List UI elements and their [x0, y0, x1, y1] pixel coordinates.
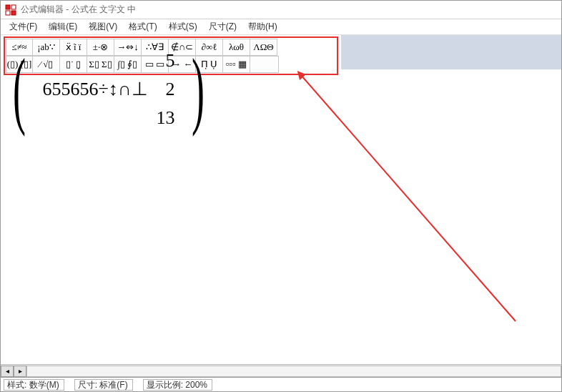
menu-style[interactable]: 样式(S) — [163, 19, 203, 34]
greek-lower-button[interactable]: λωθ — [223, 39, 250, 56]
svg-rect-1 — [11, 5, 16, 9]
title-bar: 公式编辑器 - 公式在 文字文 中 — [1, 1, 561, 19]
scroll-right-button[interactable]: ▸ — [14, 366, 26, 377]
matrix-col-2: 5 2 13 — [152, 46, 179, 132]
scroll-left-button[interactable]: ◂ — [1, 366, 14, 377]
editor-area[interactable]: ≤≠≈¡ab∵ẍ ĩ ï±∙⊗→⇔↓∴∀∃∉∩⊂∂∞ℓλωθΛΩΘ (▯) [▯… — [1, 35, 561, 364]
title-text: 公式编辑器 - 公式在 文字文 中 — [21, 4, 136, 16]
greek-upper-button[interactable]: ΛΩΘ — [250, 39, 277, 56]
svg-rect-2 — [6, 11, 10, 15]
menu-size[interactable]: 尺寸(Z) — [203, 19, 242, 34]
menu-bar: 文件(F) 编辑(E) 视图(V) 格式(T) 样式(S) 尺寸(Z) 帮助(H… — [1, 19, 561, 35]
app-window: 公式编辑器 - 公式在 文字文 中 文件(F) 编辑(E) 视图(V) 格式(T… — [0, 0, 562, 392]
ruler-strip — [341, 35, 561, 69]
menu-view[interactable]: 视图(V) — [83, 19, 123, 34]
menu-edit[interactable]: 编辑(E) — [43, 19, 83, 34]
matrix-col-1: 655656÷↕∩⊥ — [38, 46, 152, 132]
right-paren: ) — [192, 51, 204, 128]
menu-help[interactable]: 帮助(H) — [242, 19, 283, 34]
cell-3-2[interactable]: 13 — [157, 104, 175, 132]
left-paren: ( — [13, 51, 26, 128]
cell-1-2[interactable]: 5 — [166, 46, 175, 75]
status-zoom[interactable]: 显示比例: 200% — [143, 379, 212, 391]
equation-display[interactable]: ( 655656÷↕∩⊥ 5 2 13 ) — [5, 46, 212, 132]
matrices-button[interactable]: ▫▫▫ ▦ — [223, 56, 250, 73]
spacer-button[interactable] — [250, 56, 279, 73]
menu-format[interactable]: 格式(T) — [123, 19, 162, 34]
scroll-track[interactable] — [26, 366, 561, 377]
matrix-body: 655656÷↕∩⊥ 5 2 13 — [38, 46, 179, 132]
svg-rect-0 — [6, 5, 10, 9]
svg-line-4 — [301, 75, 516, 321]
status-size[interactable]: 尺寸: 标准(F) — [74, 379, 133, 391]
app-icon — [5, 4, 16, 16]
cell-2-1[interactable]: 655656÷↕∩⊥ — [42, 75, 147, 104]
status-bar: 样式: 数学(M) 尺寸: 标准(F) 显示比例: 200% — [1, 377, 561, 391]
horizontal-scrollbar[interactable]: ◂ ▸ — [1, 364, 561, 377]
status-style[interactable]: 样式: 数学(M) — [4, 379, 64, 391]
svg-rect-3 — [11, 11, 16, 15]
cell-2-2[interactable]: 2 — [166, 75, 175, 104]
menu-file[interactable]: 文件(F) — [4, 19, 43, 34]
